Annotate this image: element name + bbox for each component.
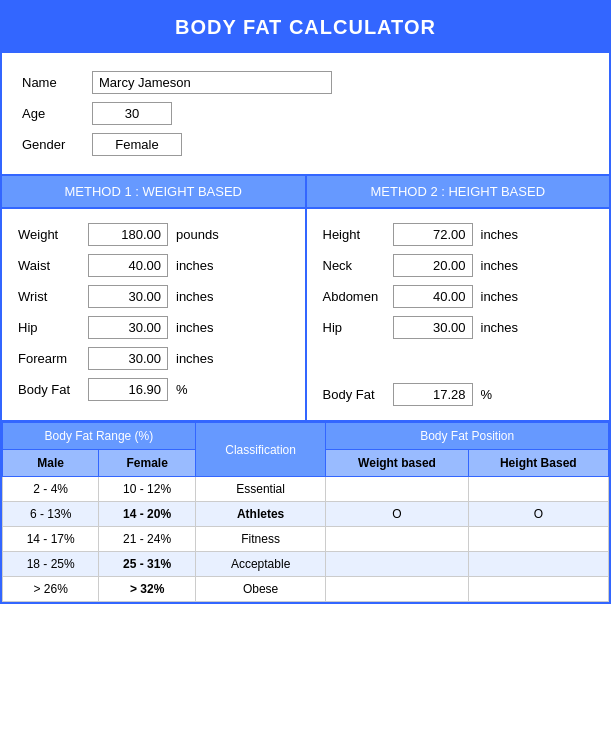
age-input[interactable] (92, 102, 172, 125)
m1-weight-unit: pounds (176, 227, 219, 242)
m1-hip-input[interactable] (88, 316, 168, 339)
m1-weight-label: Weight (18, 227, 88, 242)
m2-hip-unit: inches (481, 320, 519, 335)
m2-hip-input[interactable] (393, 316, 473, 339)
table-row: 18 - 25%25 - 31%Acceptable (3, 552, 609, 577)
method1-col: Weight pounds Waist inches Wrist inches … (2, 209, 307, 420)
weight-based-subheader: Weight based (326, 450, 468, 477)
m2-neck-unit: inches (481, 258, 519, 273)
m1-wrist-input[interactable] (88, 285, 168, 308)
method1-header: METHOD 1 : WEIGHT BASED (2, 176, 307, 207)
weight-pos-cell (326, 577, 468, 602)
gender-input[interactable] (92, 133, 182, 156)
height-pos-cell (468, 477, 608, 502)
results-section: Body Fat Range (%) Classification Body F… (2, 420, 609, 602)
m2-height-input[interactable] (393, 223, 473, 246)
table-row: 2 - 4%10 - 12%Essential (3, 477, 609, 502)
weight-pos-cell (326, 527, 468, 552)
m2-bodyfat-unit: % (481, 387, 493, 402)
height-pos-cell (468, 527, 608, 552)
table-row: > 26%> 32%Obese (3, 577, 609, 602)
classification-cell: Athletes (195, 502, 326, 527)
m1-forearm-label: Forearm (18, 351, 88, 366)
female-range: 10 - 12% (99, 477, 195, 502)
methods-section: Weight pounds Waist inches Wrist inches … (2, 209, 609, 420)
m1-bodyfat-label: Body Fat (18, 382, 88, 397)
age-label: Age (22, 106, 92, 121)
m2-height-unit: inches (481, 227, 519, 242)
m2-bodyfat-input[interactable] (393, 383, 473, 406)
table-row: 6 - 13%14 - 20%AthletesOO (3, 502, 609, 527)
name-input[interactable] (92, 71, 332, 94)
m1-forearm-unit: inches (176, 351, 214, 366)
m1-weight-input[interactable] (88, 223, 168, 246)
weight-pos-cell (326, 552, 468, 577)
m1-hip-unit: inches (176, 320, 214, 335)
m2-bodyfat-label: Body Fat (323, 387, 393, 402)
male-range: 18 - 25% (3, 552, 99, 577)
name-label: Name (22, 75, 92, 90)
m1-waist-unit: inches (176, 258, 214, 273)
female-range: 21 - 24% (99, 527, 195, 552)
m2-neck-label: Neck (323, 258, 393, 273)
male-subheader: Male (3, 450, 99, 477)
m1-wrist-unit: inches (176, 289, 214, 304)
method2-header: METHOD 2 : HEIGHT BASED (307, 176, 610, 207)
height-pos-cell: O (468, 502, 608, 527)
range-header: Body Fat Range (%) (3, 423, 196, 450)
male-range: > 26% (3, 577, 99, 602)
female-range: > 32% (99, 577, 195, 602)
m1-waist-input[interactable] (88, 254, 168, 277)
position-header: Body Fat Position (326, 423, 609, 450)
classification-header: Classification (195, 423, 326, 477)
m1-wrist-label: Wrist (18, 289, 88, 304)
male-range: 14 - 17% (3, 527, 99, 552)
classification-cell: Acceptable (195, 552, 326, 577)
height-pos-cell (468, 552, 608, 577)
m1-waist-label: Waist (18, 258, 88, 273)
height-pos-cell (468, 577, 608, 602)
page-title: BODY FAT CALCULATOR (2, 2, 609, 53)
classification-cell: Obese (195, 577, 326, 602)
table-row: 14 - 17%21 - 24%Fitness (3, 527, 609, 552)
female-range: 25 - 31% (99, 552, 195, 577)
classification-cell: Essential (195, 477, 326, 502)
m2-abdomen-input[interactable] (393, 285, 473, 308)
m1-forearm-input[interactable] (88, 347, 168, 370)
height-based-subheader: Height Based (468, 450, 608, 477)
female-subheader: Female (99, 450, 195, 477)
weight-pos-cell (326, 477, 468, 502)
m1-bodyfat-unit: % (176, 382, 188, 397)
m2-abdomen-unit: inches (481, 289, 519, 304)
male-range: 2 - 4% (3, 477, 99, 502)
female-range: 14 - 20% (99, 502, 195, 527)
gender-label: Gender (22, 137, 92, 152)
male-range: 6 - 13% (3, 502, 99, 527)
weight-pos-cell: O (326, 502, 468, 527)
results-table: Body Fat Range (%) Classification Body F… (2, 422, 609, 602)
m1-hip-label: Hip (18, 320, 88, 335)
m2-abdomen-label: Abdomen (323, 289, 393, 304)
classification-cell: Fitness (195, 527, 326, 552)
m2-hip-label: Hip (323, 320, 393, 335)
m2-neck-input[interactable] (393, 254, 473, 277)
m2-height-label: Height (323, 227, 393, 242)
m1-bodyfat-input[interactable] (88, 378, 168, 401)
method2-col: Height inches Neck inches Abdomen inches… (307, 209, 610, 420)
